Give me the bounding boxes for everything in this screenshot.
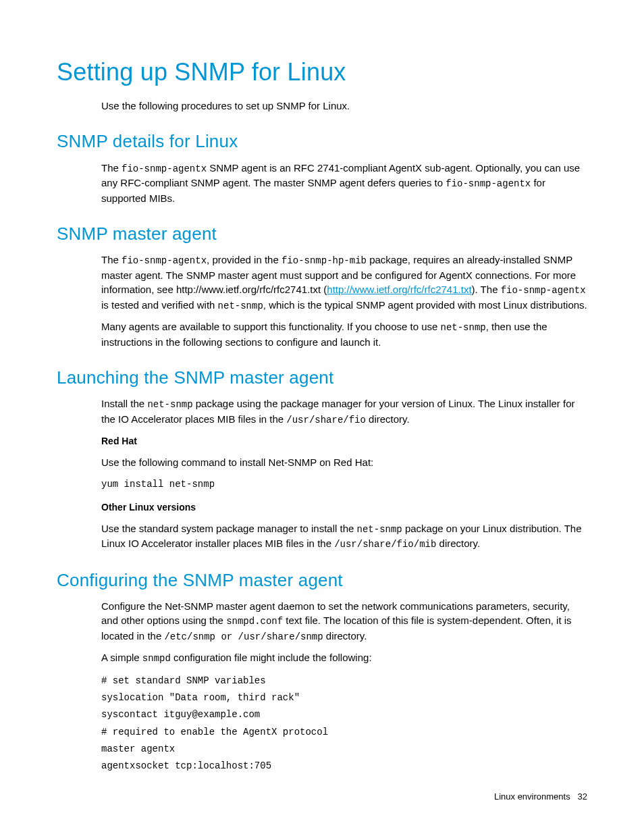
text: ). The [472, 284, 501, 295]
text: Many agents are available to support thi… [101, 321, 441, 332]
body-paragraph: The fio-snmp-agentx SNMP agent is an RFC… [101, 161, 587, 205]
text: Use the standard system package manager … [101, 523, 357, 534]
intro-paragraph: Use the following procedures to set up S… [101, 99, 587, 113]
inline-code: /etc/snmp or /usr/share/snmp [164, 631, 323, 642]
text: is tested and verified with [101, 299, 218, 311]
body-paragraph: Install the net-snmp package using the p… [101, 396, 587, 427]
text: configuration file might include the fol… [171, 652, 372, 663]
section-heading: SNMP master agent [57, 221, 587, 246]
text: directory. [323, 630, 367, 642]
page-title: Setting up SNMP for Linux [57, 55, 587, 89]
text: , provided in the [207, 254, 281, 265]
section-heading: SNMP details for Linux [57, 129, 587, 153]
inline-code: fio-snmp-agentx [446, 178, 531, 189]
inline-code: fio-snmp-hp-mib [281, 255, 367, 266]
body-paragraph: Configure the Net-SNMP master agent daem… [101, 599, 587, 644]
inline-code: /usr/share/fio [286, 415, 366, 425]
subheading-other-linux: Other Linux versions [101, 501, 587, 515]
body-paragraph: A simple snmpd configuration file might … [101, 650, 587, 666]
code-block: # set standard SNMP variables syslocatio… [101, 673, 587, 775]
inline-code: /usr/share/fio/mib [334, 539, 436, 550]
section-heading: Launching the SNMP master agent [57, 365, 587, 390]
page-number: 32 [578, 791, 587, 802]
inline-code: fio-snmp-agentx [122, 255, 207, 266]
inline-code: net-snmp [218, 301, 263, 311]
inline-code: fio-snmp-agentx [122, 163, 207, 174]
inline-code: snmpd.conf [226, 616, 283, 627]
body-paragraph: Use the following command to install Net… [101, 455, 587, 469]
inline-code: net-snmp [357, 524, 402, 535]
text: directory. [436, 538, 480, 549]
page-footer: Linux environments 32 [494, 791, 587, 803]
code-block: yum install net-snmp [101, 476, 587, 493]
text: A simple [101, 652, 142, 663]
inline-code: snmpd [142, 653, 171, 664]
inline-code: net-snmp [147, 399, 192, 410]
rfc-link[interactable]: http://www.ietf.org/rfc/rfc2741.txt [327, 284, 471, 295]
section-heading: Configuring the SNMP master agent [57, 568, 587, 592]
subheading-redhat: Red Hat [101, 435, 587, 448]
body-paragraph: Many agents are available to support thi… [101, 319, 587, 349]
text: Install the [101, 398, 147, 409]
body-paragraph: The fio-snmp-agentx, provided in the fio… [101, 253, 587, 313]
text: , which is the typical SNMP agent provid… [263, 299, 587, 311]
footer-section: Linux environments [494, 791, 570, 802]
text: directory. [366, 413, 410, 425]
inline-code: net-snmp [441, 322, 486, 333]
inline-code: fio-snmp-agentx [501, 285, 586, 296]
body-paragraph: Use the standard system package manager … [101, 521, 587, 552]
text: The [101, 162, 122, 174]
text: The [101, 254, 122, 265]
